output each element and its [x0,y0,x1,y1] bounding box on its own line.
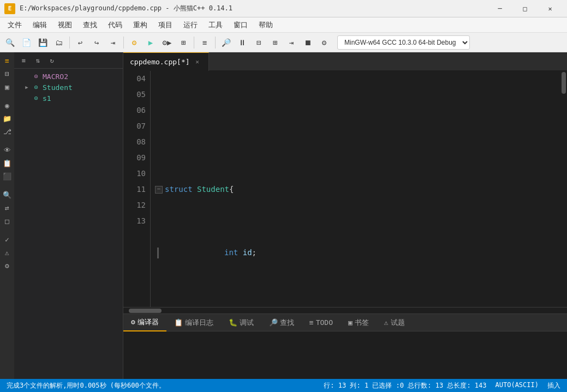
bookmark-tab-label: 书签 [355,318,369,328]
sidebar-icon-todo[interactable]: ✓ [1,233,13,245]
tree-item-macro2[interactable]: ⊙ MACRO2 [14,71,123,82]
editor-area: cppdemo.cpp[*] ✕ 04 05 06 07 08 09 10 11… [123,52,567,379]
sidebar-icon-git[interactable]: ⎇ [1,125,13,137]
fold-btn-05[interactable]: ─ [155,186,163,194]
compiler-selector[interactable]: MinGW-w64 GCC 10.3.0 64-bit Debug [337,35,470,50]
close-button[interactable]: ✕ [538,0,563,17]
menu-help[interactable]: 帮助 [253,17,278,33]
window-title: E:/Workspaces/playground/cppdemo.cpp - 小… [20,4,487,13]
menu-code[interactable]: 代码 [103,17,128,33]
menu-window[interactable]: 窗口 [228,17,253,33]
app-icon: E [4,3,15,14]
outline-tree: ⊙ MACRO2 ▶ ⊙ Student ⊙ s1 [14,69,123,379]
code-line-04 [155,118,560,134]
debug-tab-icon: 🐛 [229,318,237,327]
h-scroll-thumb[interactable] [129,309,162,313]
menu-view[interactable]: 视图 [52,17,77,33]
toolbar-btn-indent[interactable]: ⇥ [105,35,121,50]
toolbar-btn-saveall[interactable]: 🗂 [51,35,67,50]
tree-item-s1[interactable]: ⊙ s1 [14,93,123,104]
toolbar-btn-redo[interactable]: ↪ [89,35,104,50]
panel-expand-btn[interactable]: ⇅ [32,55,44,67]
bottom-tab-bookmark[interactable]: ▣ 书签 [341,314,377,331]
macro-icon: ⊙ [32,72,40,81]
kw-struct: struct [165,182,193,197]
tab-close-btn[interactable]: ✕ [193,57,202,66]
toolbar-btn-stop[interactable]: ⏹ [300,35,315,50]
compiler-tab-icon: ⚙ [131,318,135,326]
type-student: Student [197,182,229,197]
bottom-tab-problems[interactable]: ⚠ 试题 [377,314,413,331]
debug-tab-label: 调试 [240,318,254,328]
toolbar-btn-open[interactable]: 📄 [19,35,34,50]
problems-tab-label: 试题 [391,318,405,328]
toolbar-btn-format2[interactable]: ⊞ [267,35,283,50]
search-tab-label: 查找 [280,318,294,328]
bottom-tab-compiler[interactable]: ⚙ 编译器 [123,314,166,331]
code-editor[interactable]: 04 05 06 07 08 09 10 11 12 13 ─ struct S… [123,71,567,307]
bottom-tab-todo[interactable]: ≡ TODO [302,314,341,331]
tab-cppdemo[interactable]: cppdemo.cpp[*] ✕ [123,52,209,71]
bottom-tab-compile-log[interactable]: 📋 编译日志 [166,314,221,331]
sidebar-icon-stack[interactable]: ⬛ [1,170,13,182]
minimize-button[interactable]: ─ [487,0,512,17]
menu-file[interactable]: 文件 [2,17,27,33]
maximize-button[interactable]: □ [512,0,538,17]
var-id: id [243,245,252,261]
sidebar-icon-bookmark[interactable]: ▣ [1,81,13,93]
vertical-scrollbar[interactable] [560,71,567,307]
status-encoding: AUTO(ASCII) [496,381,539,390]
bottom-tab-search[interactable]: 🔎 查找 [261,314,302,331]
panel-toolbar: ≡ ⇅ ↻ [14,52,123,69]
sidebar-icon-search2[interactable]: 🔍 [1,189,13,201]
sidebar-icon-locals[interactable]: 📋 [1,157,13,169]
menu-tools[interactable]: 工具 [203,17,228,33]
tree-label-macro2: MACRO2 [43,73,68,81]
toolbar-btn-save[interactable]: 💾 [35,35,50,50]
toolbar-sep-3 [194,37,194,49]
menu-refactor[interactable]: 重构 [128,17,153,33]
toolbar-btn-new[interactable]: 🔍 [2,35,17,50]
toolbar-sep-2 [123,37,124,49]
toolbar-btn-compile[interactable]: ⚙ [127,35,142,50]
sidebar-icon-test[interactable]: ⚙ [1,260,13,272]
bottom-tabs: ⚙ 编译器 📋 编译日志 🐛 调试 🔎 查找 ≡ TODO [123,314,567,331]
panel-sort-btn[interactable]: ≡ [17,55,29,67]
title-bar: E E:/Workspaces/playground/cppdemo.cpp -… [0,0,567,17]
sidebar-icon-watch[interactable]: 👁 [1,144,13,156]
editor-horizontal-scrollbar[interactable] [123,307,567,313]
sidebar-icon-outline[interactable]: ≡ [1,55,13,67]
code-line-05: ─ struct Student{ [155,182,560,197]
toolbar-btn-run-debug[interactable]: ⚙▶ [159,35,175,50]
toolbar-btn-grid[interactable]: ⊞ [176,35,191,50]
status-line-col: 行: 13 列: 1 已选择 :0 总行数: 13 总长度: 143 [324,381,486,390]
toolbar-btn-step[interactable]: ⇥ [284,35,299,50]
sidebar-icon-extra[interactable]: □ [1,215,13,227]
toolbar-btn-clean[interactable]: ≡ [197,35,212,50]
toolbar-btn-format[interactable]: ⊟ [251,35,266,50]
tree-item-student[interactable]: ▶ ⊙ Student [14,82,123,93]
panel-refresh-btn[interactable]: ↻ [46,55,58,67]
menu-project[interactable]: 项目 [153,17,178,33]
left-sidebar-icons: ≡ ⊟ ▣ ◉ 📁 ⎇ 👁 📋 ⬛ 🔍 ⇄ □ ✓ ⚠ ⚙ [0,52,14,379]
code-content[interactable]: ─ struct Student{ int id; std::string na… [151,71,560,307]
toolbar-btn-undo[interactable]: ↩ [73,35,88,50]
toolbar-btn-settings[interactable]: ⚙ [317,35,332,50]
sidebar-icon-classes[interactable]: ◉ [1,99,13,111]
menu-edit[interactable]: 编辑 [27,17,52,33]
bottom-tab-debug[interactable]: 🐛 调试 [221,314,261,331]
scroll-thumb[interactable] [562,72,566,94]
sidebar-icon-replace[interactable]: ⇄ [1,202,13,214]
sidebar-icon-symbols[interactable]: ⊟ [1,68,13,80]
status-right: 行: 13 列: 1 已选择 :0 总行数: 13 总长度: 143 AUTO(… [324,381,560,390]
menu-search[interactable]: 查找 [77,17,103,33]
sidebar-icon-files[interactable]: 📁 [1,112,13,124]
toolbar-btn-run[interactable]: ▶ [143,35,158,50]
menu-run[interactable]: 运行 [178,17,203,33]
toolbar-btn-pause[interactable]: ⏸ [235,35,250,50]
punct-brace: { [229,182,234,197]
sidebar-icon-problems2[interactable]: ⚠ [1,246,13,258]
toolbar-btn-search[interactable]: 🔎 [218,35,234,50]
code-line-06: int id; [155,245,560,261]
tree-label-student: Student [43,83,73,92]
